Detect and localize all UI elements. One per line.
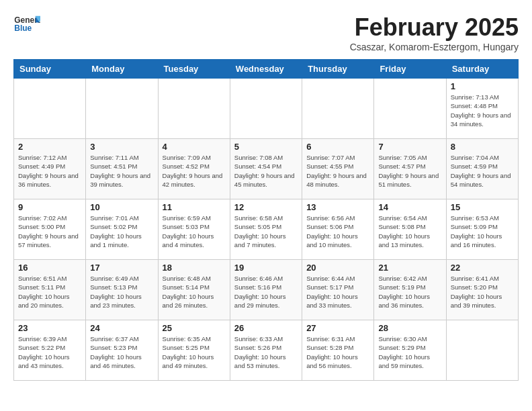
day-info: Sunrise: 6:59 AM Sunset: 5:03 PM Dayligh… bbox=[163, 214, 226, 249]
calendar-cell: 14Sunrise: 6:54 AM Sunset: 5:08 PM Dayli… bbox=[374, 199, 446, 260]
day-info: Sunrise: 6:39 AM Sunset: 5:22 PM Dayligh… bbox=[18, 334, 81, 370]
day-info: Sunrise: 7:12 AM Sunset: 4:49 PM Dayligh… bbox=[18, 153, 81, 189]
week-row-1: 1Sunrise: 7:13 AM Sunset: 4:48 PM Daylig… bbox=[14, 79, 519, 139]
calendar-cell bbox=[446, 320, 518, 381]
day-info: Sunrise: 6:37 AM Sunset: 5:23 PM Dayligh… bbox=[90, 334, 153, 370]
calendar-table: SundayMondayTuesdayWednesdayThursdayFrid… bbox=[13, 59, 519, 381]
day-info: Sunrise: 6:49 AM Sunset: 5:13 PM Dayligh… bbox=[90, 274, 153, 310]
day-number: 15 bbox=[451, 202, 514, 212]
day-number: 9 bbox=[18, 202, 81, 212]
day-info: Sunrise: 6:51 AM Sunset: 5:11 PM Dayligh… bbox=[18, 274, 81, 310]
day-number: 28 bbox=[378, 323, 441, 333]
calendar-cell: 4Sunrise: 7:09 AM Sunset: 4:52 PM Daylig… bbox=[158, 139, 230, 199]
calendar-cell: 25Sunrise: 6:35 AM Sunset: 5:25 PM Dayli… bbox=[158, 320, 230, 381]
weekday-header-tuesday: Tuesday bbox=[158, 60, 230, 79]
weekday-header-wednesday: Wednesday bbox=[230, 60, 302, 79]
calendar-cell bbox=[230, 79, 302, 139]
day-info: Sunrise: 6:33 AM Sunset: 5:26 PM Dayligh… bbox=[234, 334, 298, 370]
calendar-cell: 18Sunrise: 6:48 AM Sunset: 5:14 PM Dayli… bbox=[158, 260, 230, 320]
day-number: 16 bbox=[18, 263, 81, 273]
weekday-header-saturday: Saturday bbox=[446, 60, 518, 79]
calendar-cell bbox=[158, 79, 230, 139]
calendar-cell: 17Sunrise: 6:49 AM Sunset: 5:13 PM Dayli… bbox=[86, 260, 158, 320]
weekday-header-thursday: Thursday bbox=[302, 60, 374, 79]
day-number: 1 bbox=[451, 81, 514, 91]
week-row-3: 9Sunrise: 7:02 AM Sunset: 5:00 PM Daylig… bbox=[14, 199, 519, 260]
calendar-cell: 7Sunrise: 7:05 AM Sunset: 4:57 PM Daylig… bbox=[374, 139, 446, 199]
day-number: 21 bbox=[378, 263, 441, 273]
day-info: Sunrise: 7:08 AM Sunset: 4:54 PM Dayligh… bbox=[234, 153, 298, 189]
day-number: 26 bbox=[234, 323, 298, 333]
day-number: 11 bbox=[163, 202, 226, 212]
day-number: 14 bbox=[378, 202, 441, 212]
day-info: Sunrise: 7:09 AM Sunset: 4:52 PM Dayligh… bbox=[163, 153, 226, 189]
calendar-cell bbox=[302, 79, 374, 139]
day-number: 3 bbox=[90, 142, 153, 152]
day-info: Sunrise: 7:07 AM Sunset: 4:55 PM Dayligh… bbox=[306, 153, 369, 189]
weekday-header-row: SundayMondayTuesdayWednesdayThursdayFrid… bbox=[14, 60, 519, 79]
calendar-cell: 24Sunrise: 6:37 AM Sunset: 5:23 PM Dayli… bbox=[86, 320, 158, 381]
calendar-cell: 26Sunrise: 6:33 AM Sunset: 5:26 PM Dayli… bbox=[230, 320, 302, 381]
weekday-header-monday: Monday bbox=[86, 60, 158, 79]
day-number: 10 bbox=[90, 202, 153, 212]
calendar-cell: 22Sunrise: 6:41 AM Sunset: 5:20 PM Dayli… bbox=[446, 260, 518, 320]
day-number: 20 bbox=[306, 263, 369, 273]
day-number: 5 bbox=[234, 142, 298, 152]
calendar-cell bbox=[374, 79, 446, 139]
calendar-cell: 15Sunrise: 6:53 AM Sunset: 5:09 PM Dayli… bbox=[446, 199, 518, 260]
day-info: Sunrise: 7:13 AM Sunset: 4:48 PM Dayligh… bbox=[451, 93, 514, 128]
calendar-cell: 13Sunrise: 6:56 AM Sunset: 5:06 PM Dayli… bbox=[302, 199, 374, 260]
calendar-cell: 5Sunrise: 7:08 AM Sunset: 4:54 PM Daylig… bbox=[230, 139, 302, 199]
day-number: 27 bbox=[306, 323, 369, 333]
day-number: 24 bbox=[90, 323, 153, 333]
day-number: 23 bbox=[18, 323, 81, 333]
logo: General Blue bbox=[13, 13, 40, 35]
day-number: 25 bbox=[163, 323, 226, 333]
day-number: 7 bbox=[378, 142, 441, 152]
calendar-subtitle: Csaszar, Komarom-Esztergom, Hungary bbox=[350, 42, 519, 52]
calendar-cell: 12Sunrise: 6:58 AM Sunset: 5:05 PM Dayli… bbox=[230, 199, 302, 260]
day-info: Sunrise: 6:54 AM Sunset: 5:08 PM Dayligh… bbox=[378, 214, 441, 249]
day-info: Sunrise: 7:01 AM Sunset: 5:02 PM Dayligh… bbox=[90, 214, 153, 249]
calendar-cell: 8Sunrise: 7:04 AM Sunset: 4:59 PM Daylig… bbox=[446, 139, 518, 199]
day-number: 18 bbox=[163, 263, 226, 273]
day-number: 8 bbox=[451, 142, 514, 152]
week-row-4: 16Sunrise: 6:51 AM Sunset: 5:11 PM Dayli… bbox=[14, 260, 519, 320]
calendar-cell: 19Sunrise: 6:46 AM Sunset: 5:16 PM Dayli… bbox=[230, 260, 302, 320]
day-info: Sunrise: 6:31 AM Sunset: 5:28 PM Dayligh… bbox=[306, 334, 369, 370]
day-info: Sunrise: 6:58 AM Sunset: 5:05 PM Dayligh… bbox=[234, 214, 298, 249]
calendar-cell: 1Sunrise: 7:13 AM Sunset: 4:48 PM Daylig… bbox=[446, 79, 518, 139]
day-info: Sunrise: 6:48 AM Sunset: 5:14 PM Dayligh… bbox=[163, 274, 226, 310]
day-number: 22 bbox=[451, 263, 514, 273]
day-info: Sunrise: 7:05 AM Sunset: 4:57 PM Dayligh… bbox=[378, 153, 441, 189]
day-number: 17 bbox=[90, 263, 153, 273]
calendar-cell: 27Sunrise: 6:31 AM Sunset: 5:28 PM Dayli… bbox=[302, 320, 374, 381]
calendar-cell: 3Sunrise: 7:11 AM Sunset: 4:51 PM Daylig… bbox=[86, 139, 158, 199]
day-info: Sunrise: 6:53 AM Sunset: 5:09 PM Dayligh… bbox=[451, 214, 514, 249]
calendar-cell: 16Sunrise: 6:51 AM Sunset: 5:11 PM Dayli… bbox=[14, 260, 86, 320]
day-number: 12 bbox=[234, 202, 298, 212]
day-info: Sunrise: 6:42 AM Sunset: 5:19 PM Dayligh… bbox=[378, 274, 441, 310]
day-number: 4 bbox=[163, 142, 226, 152]
calendar-cell: 6Sunrise: 7:07 AM Sunset: 4:55 PM Daylig… bbox=[302, 139, 374, 199]
calendar-cell: 2Sunrise: 7:12 AM Sunset: 4:49 PM Daylig… bbox=[14, 139, 86, 199]
day-info: Sunrise: 6:30 AM Sunset: 5:29 PM Dayligh… bbox=[378, 334, 441, 370]
week-row-5: 23Sunrise: 6:39 AM Sunset: 5:22 PM Dayli… bbox=[14, 320, 519, 381]
day-info: Sunrise: 6:35 AM Sunset: 5:25 PM Dayligh… bbox=[163, 334, 226, 370]
day-number: 13 bbox=[306, 202, 369, 212]
day-info: Sunrise: 6:56 AM Sunset: 5:06 PM Dayligh… bbox=[306, 214, 369, 249]
calendar-cell: 11Sunrise: 6:59 AM Sunset: 5:03 PM Dayli… bbox=[158, 199, 230, 260]
day-info: Sunrise: 7:11 AM Sunset: 4:51 PM Dayligh… bbox=[90, 153, 153, 189]
calendar-cell: 9Sunrise: 7:02 AM Sunset: 5:00 PM Daylig… bbox=[14, 199, 86, 260]
calendar-cell: 10Sunrise: 7:01 AM Sunset: 5:02 PM Dayli… bbox=[86, 199, 158, 260]
day-number: 2 bbox=[18, 142, 81, 152]
calendar-cell: 20Sunrise: 6:44 AM Sunset: 5:17 PM Dayli… bbox=[302, 260, 374, 320]
day-number: 19 bbox=[234, 263, 298, 273]
weekday-header-sunday: Sunday bbox=[14, 60, 86, 79]
weekday-header-friday: Friday bbox=[374, 60, 446, 79]
calendar-title: February 2025 bbox=[350, 13, 519, 42]
calendar-cell bbox=[14, 79, 86, 139]
calendar-cell bbox=[86, 79, 158, 139]
day-info: Sunrise: 6:46 AM Sunset: 5:16 PM Dayligh… bbox=[234, 274, 298, 310]
logo-icon: General Blue bbox=[13, 13, 40, 34]
